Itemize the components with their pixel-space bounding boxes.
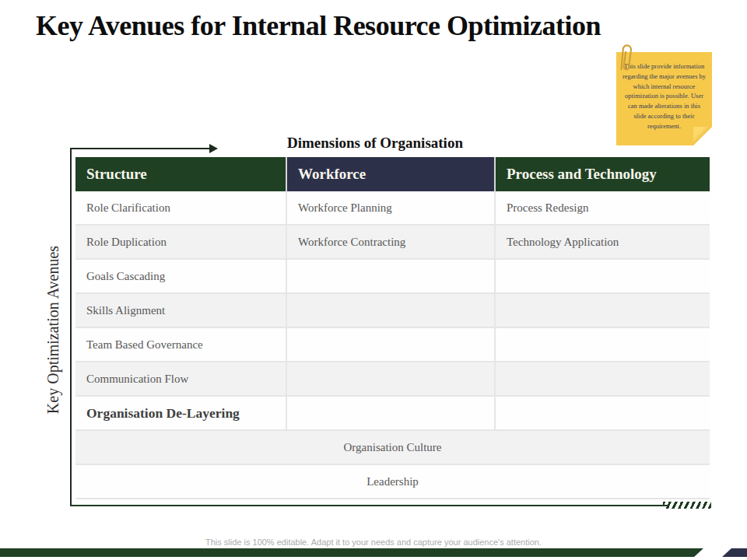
footer-bar-navy <box>722 548 747 557</box>
axis-vertical-line <box>70 148 72 506</box>
paperclip-icon <box>614 41 634 75</box>
header-structure: Structure <box>75 157 287 191</box>
footer-bar-green <box>0 548 703 557</box>
table-row: Team Based Governance <box>75 328 710 362</box>
table-cell <box>496 260 710 294</box>
table-cell <box>287 294 496 328</box>
table-cell <box>496 397 710 431</box>
table-cell <box>287 397 496 431</box>
table-cell <box>287 328 496 362</box>
axis-hatch-pattern <box>663 502 711 509</box>
table-cell <box>287 260 496 294</box>
table-cell-organisation-delayering: Organisation De-Layering <box>75 397 287 431</box>
table-cell: Workforce Contracting <box>287 226 496 260</box>
header-process-technology: Process and Technology <box>496 157 710 191</box>
table-row: Role Duplication Workforce Contracting T… <box>75 226 710 260</box>
axis-bottom-line <box>70 505 669 506</box>
y-axis-label: Key Optimization Avenues <box>44 246 62 414</box>
header-workforce: Workforce <box>287 157 496 191</box>
table-cell <box>496 328 710 362</box>
table-cell: Team Based Governance <box>75 328 287 362</box>
table-row: Skills Alignment <box>75 294 710 328</box>
table-header-row: Structure Workforce Process and Technolo… <box>75 157 710 191</box>
table-cell: Goals Cascading <box>75 260 287 294</box>
table-cell <box>287 362 496 397</box>
table-cell: Workforce Planning <box>287 191 496 226</box>
table-cell <box>496 294 710 328</box>
table-cell: Process Redesign <box>496 191 710 226</box>
axis-arrowhead-icon <box>209 144 218 153</box>
table-cell: Role Duplication <box>75 226 287 260</box>
table-row: Role Clarification Workforce Planning Pr… <box>75 191 710 226</box>
table-row: Goals Cascading <box>75 260 710 294</box>
dimensions-table: Structure Workforce Process and Technolo… <box>75 157 710 499</box>
table-cell: Skills Alignment <box>75 294 287 328</box>
axis-arrow-line <box>71 148 211 149</box>
table-cell: Communication Flow <box>75 362 287 397</box>
table-cell: Role Clarification <box>75 191 287 226</box>
footer-note: This slide is 100% editable. Adapt it to… <box>0 537 747 547</box>
merged-row-organisation-culture: Organisation Culture <box>75 431 710 465</box>
sticky-note-fold <box>693 127 712 145</box>
table-row: Communication Flow <box>75 362 710 397</box>
table-row: Organisation De-Layering <box>75 397 710 431</box>
table-cell: Technology Application <box>496 226 710 260</box>
table-cell <box>496 362 710 397</box>
page-title: Key Avenues for Internal Resource Optimi… <box>36 9 721 42</box>
slide: Key Avenues for Internal Resource Optimi… <box>0 0 747 560</box>
merged-row-leadership: Leadership <box>75 465 710 499</box>
